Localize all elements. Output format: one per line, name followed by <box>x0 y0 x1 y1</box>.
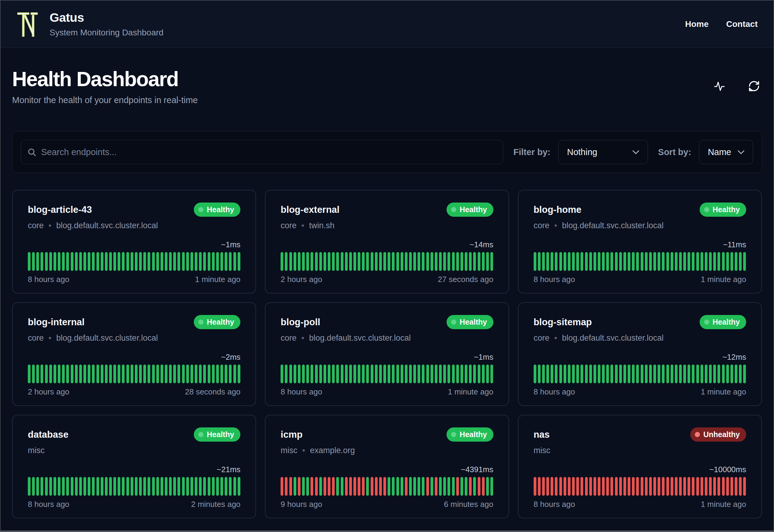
uptime-bar <box>371 365 373 383</box>
uptime-bar <box>203 252 206 271</box>
timeframe-start: 8 hours ago <box>28 275 69 284</box>
activity-icon[interactable] <box>714 80 726 92</box>
search-input[interactable] <box>21 140 503 164</box>
endpoint-card[interactable]: blog-poll Healthy core • blog.default.sv… <box>265 302 509 406</box>
uptime-bar <box>628 477 630 496</box>
uptime-bar <box>298 365 301 383</box>
uptime-bar <box>28 252 31 271</box>
uptime-bar <box>92 477 95 496</box>
uptime-bar <box>692 477 694 496</box>
status-label: Healthy <box>713 318 740 326</box>
uptime-bars <box>281 252 493 271</box>
uptime-bar <box>225 252 227 271</box>
uptime-bar <box>92 365 95 383</box>
uptime-bar <box>628 252 630 271</box>
uptime-bar <box>585 477 588 496</box>
endpoint-card[interactable]: blog-home Healthy core • blog.default.sv… <box>518 190 762 294</box>
uptime-bar <box>452 365 455 383</box>
uptime-bar <box>54 365 56 383</box>
status-badge: Healthy <box>447 315 493 329</box>
endpoint-name: icmp <box>281 427 302 440</box>
uptime-bar <box>336 252 339 271</box>
uptime-bar <box>551 365 553 383</box>
uptime-bar <box>49 477 52 496</box>
uptime-bar <box>336 477 339 496</box>
uptime-bar <box>555 252 558 271</box>
uptime-bar <box>542 365 545 383</box>
endpoint-card[interactable]: icmp Healthy misc • example.org ~4391ms … <box>265 415 509 518</box>
uptime-bar <box>45 365 48 383</box>
uptime-bar <box>589 365 592 383</box>
endpoint-card[interactable]: database Healthy misc • ~21ms 8 hours ag… <box>12 415 256 518</box>
uptime-bar <box>705 477 707 496</box>
uptime-bar <box>139 252 142 271</box>
uptime-bar <box>285 252 288 271</box>
uptime-bar <box>546 252 549 271</box>
meta-separator-dot: • <box>49 221 51 230</box>
uptime-bar <box>572 477 575 496</box>
uptime-bar <box>135 477 138 496</box>
endpoint-card[interactable]: blog-sitemap Healthy core • blog.default… <box>518 302 762 406</box>
uptime-bar <box>743 365 746 383</box>
uptime-bar <box>388 365 390 383</box>
uptime-bars <box>281 365 493 383</box>
uptime-bar <box>564 365 566 383</box>
uptime-bar <box>465 365 467 383</box>
uptime-bar <box>177 365 180 383</box>
uptime-bar <box>401 252 403 271</box>
uptime-bar <box>349 477 352 496</box>
uptime-bar <box>619 365 622 383</box>
uptime-bar <box>28 477 31 496</box>
uptime-bar <box>285 365 288 383</box>
refresh-icon[interactable] <box>748 80 760 92</box>
uptime-bar <box>285 477 288 496</box>
uptime-bar <box>443 365 446 383</box>
status-badge: Healthy <box>700 315 746 329</box>
brand-subtitle: System Monitoring Dashboard <box>50 28 164 37</box>
endpoint-card[interactable]: blog-internal Healthy core • blog.defaul… <box>12 302 256 406</box>
uptime-bar <box>713 365 716 383</box>
uptime-bar <box>173 252 176 271</box>
uptime-bar <box>439 365 442 383</box>
sort-by-label: Sort by: <box>658 147 691 157</box>
filter-select[interactable]: Nothing <box>558 140 648 164</box>
uptime-bar <box>666 477 669 496</box>
uptime-bar <box>122 365 125 383</box>
uptime-bar <box>538 252 541 271</box>
uptime-bar <box>152 477 155 496</box>
uptime-bar <box>341 252 343 271</box>
uptime-bars <box>281 477 493 496</box>
sort-select[interactable]: Name <box>699 140 753 164</box>
uptime-bar <box>675 365 678 383</box>
uptime-bar <box>135 365 138 383</box>
uptime-bar <box>636 252 639 271</box>
uptime-bar <box>379 477 382 496</box>
uptime-bar <box>726 252 729 271</box>
uptime-bar <box>615 477 618 496</box>
uptime-bar <box>182 365 185 383</box>
uptime-bar <box>396 252 399 271</box>
uptime-bar <box>294 477 296 496</box>
uptime-bar <box>610 365 613 383</box>
page-title: Health Dashboard <box>12 67 198 91</box>
endpoint-card[interactable]: blog-external Healthy core • twin.sh ~14… <box>265 190 509 294</box>
sort-select-value: Name <box>708 147 731 157</box>
uptime-bar <box>692 365 694 383</box>
nav-contact-link[interactable]: Contact <box>726 19 758 29</box>
uptime-bar <box>212 365 215 383</box>
uptime-bar <box>208 477 210 496</box>
nav-home-link[interactable]: Home <box>685 19 709 29</box>
endpoint-card[interactable]: nas Unhealthy misc • ~10000ms 8 hours ag… <box>518 415 762 518</box>
main-nav: Home Contact <box>685 19 758 29</box>
uptime-bar <box>743 252 746 271</box>
uptime-bar <box>594 477 596 496</box>
status-dot-icon <box>451 432 456 437</box>
uptime-bar <box>717 252 720 271</box>
timeframe-start: 9 hours ago <box>281 500 322 509</box>
endpoint-card[interactable]: blog-article-43 Healthy core • blog.defa… <box>12 190 256 294</box>
uptime-bar <box>298 477 301 496</box>
uptime-bar <box>439 477 442 496</box>
uptime-bar <box>426 477 429 496</box>
uptime-bar <box>195 252 197 271</box>
uptime-bar <box>452 252 455 271</box>
